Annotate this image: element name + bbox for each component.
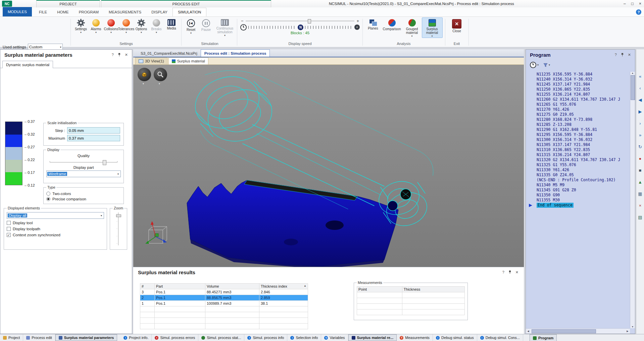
maximum-input[interactable] xyxy=(67,135,120,141)
pause-button[interactable]: Pause xyxy=(199,17,213,37)
options-button[interactable]: Options▾ xyxy=(134,17,149,34)
sim-control-icon[interactable]: ▲ xyxy=(637,179,643,185)
program-line[interactable]: N11325 G1 Y55.076 xyxy=(526,162,630,167)
statusbar-debug-console[interactable]: iDebug simul. Cons... xyxy=(477,334,523,341)
chevron-down-icon[interactable]: ▾ xyxy=(159,82,160,85)
close-simulation-button[interactable]: ✕ Close xyxy=(449,17,464,33)
statusbar-tab-surplus-parameters[interactable]: Surplus material parameters xyxy=(55,334,117,341)
program-line[interactable]: N11290 G1 X162.848 Y-55.81 xyxy=(526,127,630,132)
tab-display[interactable]: DISPLAY xyxy=(146,8,172,16)
sim-control-icon[interactable]: ■ xyxy=(637,167,643,174)
program-line[interactable]: N11305 X137.147 Y21.984 xyxy=(526,142,630,147)
sim-control-icon[interactable]: » xyxy=(637,132,643,138)
program-line[interactable]: N11300 X156.314 Y-36.032 xyxy=(526,137,630,142)
history-button[interactable]: ▾ xyxy=(530,62,539,68)
speed-slider[interactable] xyxy=(246,19,355,23)
end-marker-icon[interactable]: × xyxy=(354,25,360,30)
program-line[interactable]: N11330 Y61.426 xyxy=(526,167,630,173)
maximize-icon[interactable]: □ xyxy=(631,1,634,6)
statusbar-measurements[interactable]: TMeasurements xyxy=(397,334,433,341)
tab-simulation[interactable]: SIMULATION xyxy=(172,8,206,16)
program-line[interactable]: N11340 M5 M9 xyxy=(526,183,630,188)
collisions-button[interactable]: Collisions▾ xyxy=(104,17,118,34)
help-icon[interactable]: ? xyxy=(615,53,617,57)
tab-home[interactable]: HOME xyxy=(52,8,74,16)
measurements-table[interactable]: Point Thickness xyxy=(357,286,465,315)
app-logo[interactable]: NC xyxy=(2,1,12,7)
statusbar-variables[interactable]: VVariables xyxy=(321,334,348,341)
program-line[interactable]: N11310 X136.865 Y22.835 xyxy=(526,147,630,152)
displayed-elements-dropdown[interactable]: Display all ▾ xyxy=(7,212,104,219)
media-button[interactable]: Media xyxy=(164,17,179,34)
context-zoom-checkbox[interactable]: ✓ Context zoom synchronized xyxy=(7,233,104,237)
continuous-simulation-button[interactable]: Continuous simulation▾ xyxy=(214,17,236,37)
tolerances-button[interactable]: Tolerances▾ xyxy=(119,17,134,34)
step-input[interactable] xyxy=(67,127,120,134)
program-line[interactable]: N11355 M30 xyxy=(526,198,630,203)
program-line[interactable]: (NCS-END : Profile Contouring.102) xyxy=(526,178,630,183)
sim-control-icon[interactable]: ↻ xyxy=(637,144,643,150)
close-panel-icon[interactable]: ✕ xyxy=(515,270,518,275)
sim-control-icon[interactable]: ▤ xyxy=(637,214,643,221)
surplus-material-button[interactable]: Surplus material▾ xyxy=(422,17,443,38)
close-panel-icon[interactable]: ✕ xyxy=(628,53,631,57)
minus-icon[interactable]: − xyxy=(241,18,244,23)
sim-control-icon[interactable]: › xyxy=(637,120,643,127)
program-line[interactable]: N11235 X156.595 Y-36.884 xyxy=(526,72,630,77)
block-ruler[interactable] xyxy=(248,26,296,29)
sim-control-icon[interactable]: « xyxy=(637,74,643,80)
help-icon[interactable]: ? xyxy=(636,9,641,15)
program-line[interactable]: N11270 Y61.426 xyxy=(526,107,630,112)
display-toolpath-checkbox[interactable]: Display toolpath xyxy=(7,227,104,231)
pin-icon[interactable] xyxy=(508,270,512,274)
statusbar-selection-info[interactable]: iSelection info xyxy=(287,334,321,341)
statusbar-tab-process-edit[interactable]: Process edit xyxy=(23,334,55,341)
statusbar-program[interactable]: Program xyxy=(530,334,557,341)
statusbar-project-info[interactable]: iProject info. xyxy=(120,334,152,341)
sim-control-icon[interactable]: ● xyxy=(637,156,643,162)
plus-icon[interactable]: + xyxy=(356,18,359,23)
results-header-row[interactable]: # Part Volume Thickness index▲ xyxy=(140,284,308,289)
tab-file[interactable]: FILE xyxy=(34,8,52,16)
zoom-tool-button[interactable] xyxy=(153,67,167,82)
table-row-selected[interactable]: 2Pos.1 88.85675 mm32.859 xyxy=(140,295,308,301)
program-line[interactable]: N11350 G90 xyxy=(526,193,630,198)
block-ruler[interactable] xyxy=(305,26,353,29)
program-horizontal-scrollbar[interactable]: ◀ ▶ xyxy=(526,328,630,334)
scrollbar-thumb[interactable] xyxy=(631,75,635,100)
close-panel-icon[interactable]: ✕ xyxy=(125,53,128,57)
program-line[interactable]: N11295 X156.595 Y-36.884 xyxy=(526,132,630,137)
program-line[interactable]: N11255 X136.214 Y24.807 xyxy=(526,92,630,97)
breaks-button[interactable]: Breaks▾ xyxy=(149,17,164,34)
program-line[interactable]: N11250 X136.865 Y22.835 xyxy=(526,87,630,92)
results-table[interactable]: # Part Volume Thickness index▲ 3Pos.1 88… xyxy=(140,283,308,329)
statusbar-process-errors[interactable]: ×Simul. process errors xyxy=(152,334,198,341)
tab-process-edit-simulation[interactable]: Process edit : Simulation process xyxy=(201,49,270,57)
comparison-button[interactable]: Comparison xyxy=(382,17,402,38)
program-line[interactable]: N11245 X137.147 Y21.984 xyxy=(526,82,630,87)
program-line[interactable]: N11345 G91 G28 Z0 xyxy=(526,188,630,193)
tab-surplus-material-view[interactable]: Surplus material xyxy=(168,57,208,64)
statusbar-process-info[interactable]: iSimul. process info xyxy=(244,334,287,341)
planes-button[interactable]: Planes xyxy=(365,17,381,38)
table-row[interactable]: 1Pos.1 100989.7 mm338.1 xyxy=(140,301,308,306)
tab-modules[interactable]: MODULES xyxy=(3,7,32,16)
display-mode-dropdown[interactable]: Wireframe ▾ xyxy=(46,170,121,177)
sim-control-icon[interactable]: ▶ xyxy=(637,109,643,115)
statusbar-tab-project[interactable]: Project xyxy=(0,334,23,341)
sim-control-icon[interactable]: ▦ xyxy=(637,191,643,197)
program-line[interactable]: N11285 Z-13.208 xyxy=(526,122,630,127)
sim-control-icon[interactable]: × xyxy=(637,203,643,209)
program-line[interactable]: N11315 X136.214 Y24.807 xyxy=(526,152,630,157)
scroll-left-icon[interactable]: ◀ xyxy=(526,330,531,333)
minimize-icon[interactable]: – xyxy=(624,1,626,6)
precise-comparison-radio[interactable]: Precise comparison xyxy=(46,197,121,201)
sim-control-icon[interactable]: ◀ xyxy=(637,97,643,103)
filter-button[interactable]: ▾ xyxy=(543,63,550,67)
chevron-down-icon[interactable]: ▾ xyxy=(143,82,144,85)
statusbar-debug-status[interactable]: iDebug simul. status xyxy=(433,334,477,341)
close-window-icon[interactable]: × xyxy=(639,1,641,6)
quality-slider[interactable] xyxy=(50,160,117,164)
viewport-3d[interactable]: ▾ ▾ xyxy=(133,65,524,267)
pin-icon[interactable] xyxy=(621,53,624,57)
